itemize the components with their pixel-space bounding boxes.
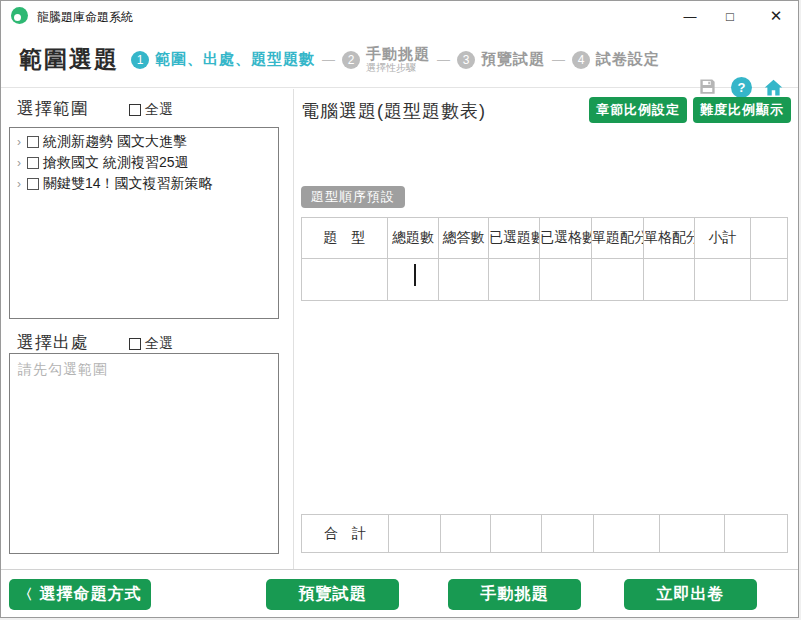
step-1-label: 範圍、出處、題型題數 bbox=[155, 50, 315, 69]
app-logo-icon bbox=[11, 7, 28, 24]
cell-points-per-blank[interactable] bbox=[644, 259, 695, 301]
footer-divider bbox=[1, 569, 798, 570]
step-4-label: 試卷設定 bbox=[596, 50, 660, 69]
step-2-manual-pick[interactable]: 2 手動挑題 選擇性步驟 bbox=[342, 45, 430, 74]
step-3-preview[interactable]: 3 預覽試題 bbox=[457, 50, 545, 69]
app-window: 龍騰題庫命題系統 — □ ✕ 範圍選題 1 範圍、出處、題型題數 — 2 手動挑… bbox=[0, 0, 799, 618]
totals-cell bbox=[441, 515, 491, 553]
step-separator: — bbox=[437, 52, 450, 67]
window-title: 龍騰題庫命題系統 bbox=[37, 9, 133, 26]
text-cursor bbox=[414, 264, 416, 286]
tree-item-book-1[interactable]: › 統測新趨勢 國文大進擊 bbox=[10, 131, 278, 152]
range-tree: › 統測新趨勢 國文大進擊 › 搶救國文 統測複習25週 › 關鍵雙14！國文複… bbox=[9, 127, 279, 319]
chevron-right-icon[interactable]: › bbox=[13, 177, 25, 191]
step-1-range[interactable]: 1 範圍、出處、題型題數 bbox=[131, 50, 315, 69]
range-section-title: 選擇範圍 bbox=[17, 97, 89, 120]
close-button[interactable]: ✕ bbox=[761, 1, 791, 31]
totals-row: 合 計 bbox=[302, 515, 788, 553]
step-separator: — bbox=[552, 52, 565, 67]
generate-paper-button[interactable]: 立即出卷 bbox=[624, 579, 757, 610]
preview-questions-button[interactable]: 預覽試題 bbox=[266, 579, 399, 610]
back-to-method-button[interactable]: 〈 選擇命題方式 bbox=[9, 579, 151, 610]
cell-total-answers[interactable] bbox=[439, 259, 489, 301]
totals-cell bbox=[389, 515, 441, 553]
col-selected-blanks: 已選格數 bbox=[540, 218, 592, 259]
book-2-checkbox[interactable] bbox=[27, 157, 39, 169]
col-selected-questions: 已選題數 bbox=[489, 218, 540, 259]
tree-item-book-3[interactable]: › 關鍵雙14！國文複習新策略 bbox=[10, 173, 278, 194]
step-2-label: 手動挑題 bbox=[366, 45, 430, 62]
source-list: 請先勾選範圍 bbox=[9, 353, 279, 554]
range-select-all[interactable]: 全選 bbox=[129, 101, 173, 119]
panel-divider bbox=[293, 89, 294, 569]
step-separator: — bbox=[322, 52, 335, 67]
step-1-number-icon: 1 bbox=[131, 51, 149, 69]
cell-subtotal[interactable] bbox=[695, 259, 751, 301]
book-1-checkbox[interactable] bbox=[27, 136, 39, 148]
source-select-all[interactable]: 全選 bbox=[129, 335, 173, 353]
source-select-all-checkbox[interactable] bbox=[129, 338, 141, 350]
tree-item-book-2[interactable]: › 搶救國文 統測複習25週 bbox=[10, 152, 278, 173]
cell-selected-blanks[interactable] bbox=[540, 259, 592, 301]
col-extra bbox=[751, 218, 788, 259]
help-icon[interactable]: ? bbox=[731, 77, 752, 98]
totals-cell bbox=[660, 515, 725, 553]
maximize-button[interactable]: □ bbox=[715, 1, 745, 31]
minimize-button[interactable]: — bbox=[675, 1, 705, 31]
col-points-per-question: 單題配分 bbox=[592, 218, 644, 259]
book-3-checkbox[interactable] bbox=[27, 178, 39, 190]
totals-cell bbox=[542, 515, 594, 553]
chevron-right-icon[interactable]: › bbox=[13, 156, 25, 170]
book-3-label[interactable]: 關鍵雙14！國文複習新策略 bbox=[43, 175, 213, 193]
step-4-paper-settings[interactable]: 4 試卷設定 bbox=[572, 50, 660, 69]
totals-label: 合 計 bbox=[302, 515, 389, 553]
step-4-number-icon: 4 bbox=[572, 51, 590, 69]
chevron-left-icon: 〈 bbox=[19, 586, 34, 604]
range-select-all-checkbox[interactable] bbox=[129, 104, 141, 116]
cell-question-type[interactable] bbox=[302, 259, 388, 301]
cell-points-per-question[interactable] bbox=[592, 259, 644, 301]
table-header-row: 題 型 總題數 總答數 已選題數 已選格數 單題配分 單格配分 小計 bbox=[302, 218, 788, 259]
step-3-number-icon: 3 bbox=[457, 51, 475, 69]
chapter-ratio-button[interactable]: 章節比例設定 bbox=[589, 97, 687, 123]
source-section-title: 選擇出處 bbox=[17, 331, 89, 354]
page-header: 範圍選題 1 範圍、出處、題型題數 — 2 手動挑題 選擇性步驟 — 3 預覽試… bbox=[1, 31, 798, 88]
book-1-label[interactable]: 統測新趨勢 國文大進擊 bbox=[43, 133, 187, 151]
source-placeholder: 請先勾選範圍 bbox=[10, 354, 278, 386]
col-subtotal: 小計 bbox=[695, 218, 751, 259]
step-2-number-icon: 2 bbox=[342, 51, 360, 69]
cell-selected-questions[interactable] bbox=[489, 259, 540, 301]
col-total-questions: 總題數 bbox=[388, 218, 439, 259]
book-2-label[interactable]: 搶救國文 統測複習25週 bbox=[43, 154, 188, 172]
col-question-type: 題 型 bbox=[302, 218, 388, 259]
totals-cell bbox=[594, 515, 660, 553]
page-title: 範圍選題 bbox=[19, 44, 119, 75]
question-type-table: 題 型 總題數 總答數 已選題數 已選格數 單題配分 單格配分 小計 bbox=[301, 217, 788, 301]
col-points-per-blank: 單格配分 bbox=[644, 218, 695, 259]
totals-cell bbox=[725, 515, 788, 553]
chevron-right-icon[interactable]: › bbox=[13, 135, 25, 149]
wizard-steps: 1 範圍、出處、題型題數 — 2 手動挑題 選擇性步驟 — 3 預覽試題 — 4… bbox=[131, 31, 660, 88]
title-bar: 龍騰題庫命題系統 — □ ✕ bbox=[1, 1, 798, 31]
range-select-all-label: 全選 bbox=[145, 101, 173, 119]
cell-extra[interactable] bbox=[751, 259, 788, 301]
col-total-answers: 總答數 bbox=[439, 218, 489, 259]
cell-total-questions[interactable] bbox=[388, 259, 439, 301]
manual-pick-button[interactable]: 手動挑題 bbox=[448, 579, 581, 610]
back-button-label: 選擇命題方式 bbox=[40, 584, 142, 605]
source-select-all-label: 全選 bbox=[145, 335, 173, 353]
step-3-label: 預覽試題 bbox=[481, 50, 545, 69]
totals-cell bbox=[491, 515, 542, 553]
step-2-sublabel: 選擇性步驟 bbox=[366, 62, 430, 74]
computer-pick-title: 電腦選題(題型題數表) bbox=[301, 99, 486, 123]
table-row bbox=[302, 259, 788, 301]
difficulty-ratio-button[interactable]: 難度比例顯示 bbox=[693, 97, 791, 123]
totals-table: 合 計 bbox=[301, 514, 788, 553]
type-order-preset-button[interactable]: 題型順序預設 bbox=[301, 186, 405, 208]
